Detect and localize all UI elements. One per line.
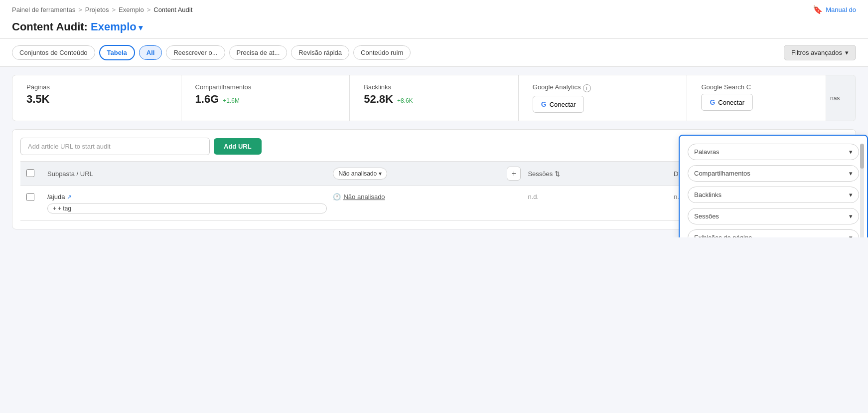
tag-label: + tag [58, 205, 71, 212]
row-status: 🕐 Não analisado [333, 193, 501, 201]
stat-backlinks: Backlinks 52.8K +8.6K [350, 75, 519, 121]
stat-compartilhamentos-label: Compartilhamentos [195, 83, 336, 91]
row-sessions: n.d. [528, 193, 668, 201]
stats-row: Páginas 3.5K Compartilhamentos 1.6G +1.6… [12, 75, 856, 121]
col-status-header: Não analisado ▾ [333, 168, 501, 180]
filter-palavras-label: Palavras [694, 148, 720, 156]
stat-ga-label: Google Analytics [533, 83, 581, 91]
row-status-text: 🕐 Não analisado [333, 193, 385, 201]
filter-scrollbar: ▾ [860, 144, 864, 237]
advanced-filters-chevron-icon: ▾ [845, 49, 849, 56]
stat-backlinks-delta: +8.6K [397, 97, 413, 104]
stat-paginas-label: Páginas [26, 83, 167, 91]
breadcrumb-item-4: Content Audit [153, 6, 192, 13]
row-url: /ajuda ↗ [47, 193, 327, 201]
filter-backlinks-label: Backlinks [694, 191, 722, 199]
ga-connect-button[interactable]: G Conectar [533, 96, 584, 113]
filter-sessoes[interactable]: Sessões ▾ [688, 208, 859, 224]
add-column-header[interactable]: + [507, 167, 522, 181]
filter-scrollbar-thumb[interactable] [860, 144, 864, 169]
project-dropdown-icon[interactable]: ▾ [139, 23, 143, 32]
tabs-row: Conjuntos de Conteúdo Tabela All Reescre… [0, 39, 868, 67]
breadcrumb-item-3[interactable]: Exemplo [119, 6, 144, 13]
filter-exibicoes[interactable]: Exibições de página ▾ [688, 229, 859, 237]
filter-palavras[interactable]: Palavras ▾ [688, 144, 859, 160]
filter-compartilhamentos-label: Compartilhamentos [694, 170, 750, 177]
g-logo-icon-2: G [710, 98, 715, 106]
col-url-header: Subpasta / URL [47, 170, 327, 178]
col-sessions-header: Sessões ⇅ [528, 170, 668, 178]
info-icon: i [583, 84, 591, 92]
tab-all[interactable]: All [139, 45, 162, 60]
filter-compartilhamentos-chevron: ▾ [849, 170, 853, 177]
external-link-icon[interactable]: ↗ [67, 194, 72, 201]
breadcrumb: Painel de ferramentas > Projetos > Exemp… [12, 5, 856, 17]
tab-reescrever[interactable]: Reescrever o... [166, 45, 225, 60]
stat-gsc-label: Google Search C [701, 83, 842, 91]
stat-paginas-value: 3.5K [26, 93, 167, 106]
add-column-button[interactable]: + [507, 167, 521, 181]
row-checkbox-input[interactable] [26, 193, 34, 201]
tab-conteudo[interactable]: Conteúdo ruim [353, 45, 411, 60]
ga-connect-label: Conectar [550, 101, 576, 108]
advanced-filters-button[interactable]: Filtros avançados ▾ [784, 45, 856, 60]
stat-backlinks-value: 52.8K [364, 93, 393, 106]
breadcrumb-item-1[interactable]: Painel de ferramentas [12, 6, 75, 13]
breadcrumb-item-2[interactable]: Projetos [85, 6, 109, 13]
clock-icon: 🕐 [333, 193, 341, 201]
status-dropdown[interactable]: Não analisado ▾ [333, 168, 387, 180]
filter-sessoes-chevron: ▾ [849, 212, 853, 220]
stat-paginas: Páginas 3.5K [12, 75, 181, 121]
stat-backlinks-label: Backlinks [364, 83, 504, 91]
add-url-button[interactable]: Add URL [214, 138, 262, 155]
advanced-filters-label: Filtros avançados [791, 49, 842, 56]
manual-link[interactable]: Manual do [826, 6, 856, 13]
main-content: Páginas 3.5K Compartilhamentos 1.6G +1.6… [0, 67, 868, 237]
filter-palavras-chevron: ▾ [849, 148, 853, 156]
stat-compartilhamentos-delta: +1.6M [223, 97, 240, 104]
stat-compartilhamentos-value: 1.6G [195, 93, 219, 106]
inas-label: nas [830, 95, 840, 102]
filter-panel: Palavras ▾ Compartilhamentos ▾ Backlinks… [679, 135, 868, 237]
page-title: Content Audit: Exemplo▾ [12, 20, 143, 33]
sessions-sort-icon[interactable]: ⇅ [555, 170, 560, 178]
gsc-connect-button[interactable]: G Conectar [701, 94, 753, 111]
tab-tabela[interactable]: Tabela [99, 45, 135, 60]
filter-sessoes-label: Sessões [694, 212, 719, 220]
tab-conjuntos[interactable]: Conjuntos de Conteúdo [12, 45, 95, 60]
plus-tag-icon: + [53, 205, 56, 212]
tab-precisa[interactable]: Precisa de at... [229, 45, 288, 60]
plus-icon: + [512, 169, 516, 178]
filter-backlinks[interactable]: Backlinks ▾ [688, 187, 859, 203]
stat-google-search: Google Search C G Conectar nas [687, 75, 856, 121]
select-all-checkbox[interactable] [26, 169, 41, 179]
book-icon: 🔖 [813, 5, 823, 14]
stat-google-analytics: Google Analytics i G Conectar [519, 75, 688, 121]
tab-revisao[interactable]: Revisão rápida [291, 45, 349, 60]
add-tag-button[interactable]: + + tag [47, 204, 327, 213]
row-checkbox[interactable] [26, 193, 41, 203]
select-all-input[interactable] [26, 169, 34, 177]
stat-compartilhamentos: Compartilhamentos 1.6G +1.6M [181, 75, 350, 121]
g-logo-icon: G [541, 100, 547, 108]
gsc-connect-label: Conectar [718, 99, 744, 106]
url-text: /ajuda [47, 193, 65, 201]
filter-scroll-area: Palavras ▾ Compartilhamentos ▾ Backlinks… [688, 144, 859, 237]
filter-compartilhamentos[interactable]: Compartilhamentos ▾ [688, 165, 859, 182]
filter-exibicoes-chevron: ▾ [849, 234, 853, 237]
url-input[interactable] [20, 138, 210, 155]
filter-backlinks-chevron: ▾ [849, 191, 853, 199]
status-chevron-icon: ▾ [379, 170, 382, 177]
filter-exibicoes-label: Exibições de página [694, 234, 752, 237]
